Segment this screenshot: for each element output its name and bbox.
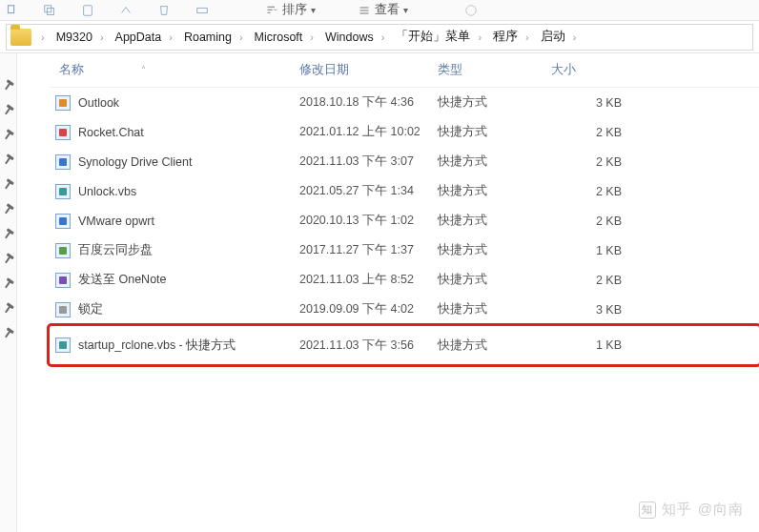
chevron-right-icon: › bbox=[169, 31, 173, 43]
delete-tool-icon[interactable] bbox=[156, 4, 172, 17]
file-date: 2021.11.03 下午 3:07 bbox=[299, 153, 438, 170]
pin-icon bbox=[2, 204, 15, 217]
pin-icon bbox=[2, 154, 15, 168]
chevron-right-icon: › bbox=[310, 31, 314, 43]
watermark-author: @向南 bbox=[698, 501, 744, 519]
file-size: 2 KB bbox=[551, 215, 627, 228]
breadcrumb-segment[interactable]: 「开始」菜单› bbox=[390, 29, 487, 45]
file-name: 百度云同步盘 bbox=[78, 242, 153, 258]
chevron-right-icon: › bbox=[100, 31, 104, 43]
paste-tool-icon[interactable] bbox=[80, 4, 95, 17]
file-name: startup_rclone.vbs - 快捷方式 bbox=[78, 338, 236, 354]
chevron-right-icon: › bbox=[239, 31, 243, 43]
file-size: 2 KB bbox=[551, 155, 627, 169]
crumb-root-caret[interactable]: › bbox=[35, 25, 51, 50]
file-type: 快捷方式 bbox=[438, 124, 551, 140]
file-type: 快捷方式 bbox=[438, 301, 551, 317]
file-type-icon bbox=[55, 243, 71, 258]
svg-rect-2 bbox=[47, 8, 53, 14]
file-name: Synology Drive Client bbox=[78, 155, 193, 169]
move-tool-icon[interactable] bbox=[118, 4, 133, 17]
breadcrumb-segment[interactable]: M9320› bbox=[51, 31, 110, 44]
caret-down-icon: ▾ bbox=[403, 5, 408, 15]
file-row[interactable]: Outlook2018.10.18 下午 4:36快捷方式3 KB bbox=[50, 88, 759, 117]
pin-icon bbox=[2, 254, 15, 267]
file-row[interactable]: Rocket.Chat2021.01.12 上午 10:02快捷方式2 KB bbox=[50, 117, 759, 147]
file-date: 2018.10.18 下午 4:36 bbox=[299, 94, 438, 111]
breadcrumb-label: Windows bbox=[325, 31, 374, 44]
caret-down-icon: ▾ bbox=[311, 5, 316, 15]
ribbon-strip: 排序 ▾ 查看 ▾ bbox=[0, 0, 759, 21]
chevron-right-icon: › bbox=[525, 31, 529, 43]
breadcrumb-segment[interactable]: AppData› bbox=[110, 31, 178, 44]
file-row[interactable]: 发送至 OneNote2021.11.03 上午 8:52快捷方式2 KB bbox=[50, 265, 759, 295]
file-type: 快捷方式 bbox=[438, 242, 551, 258]
watermark-site: 知乎 bbox=[662, 501, 692, 519]
breadcrumb-segment[interactable]: 程序› bbox=[487, 29, 535, 45]
breadcrumb-label: AppData bbox=[115, 31, 162, 44]
column-size-header[interactable]: 大小 bbox=[551, 62, 627, 78]
view-label: 查看 bbox=[375, 2, 400, 18]
breadcrumb-segment[interactable]: 启动› bbox=[535, 29, 583, 45]
file-size: 2 KB bbox=[551, 274, 627, 287]
pin-tool-icon[interactable] bbox=[4, 4, 19, 17]
file-name: Outlook bbox=[78, 96, 119, 110]
pin-icon bbox=[2, 130, 15, 143]
file-date: 2017.11.27 下午 1:37 bbox=[299, 242, 438, 258]
file-type: 快捷方式 bbox=[438, 183, 551, 199]
address-bar: › M9320›AppData›Roaming›Microsoft›Window… bbox=[0, 21, 759, 53]
quick-access-strip bbox=[0, 53, 17, 532]
column-type-header[interactable]: 类型 bbox=[438, 62, 551, 78]
file-size: 2 KB bbox=[551, 126, 627, 139]
chevron-right-icon: › bbox=[381, 31, 385, 43]
breadcrumb-label: Roaming bbox=[184, 31, 232, 44]
svg-rect-0 bbox=[9, 5, 14, 12]
file-type-icon bbox=[55, 154, 71, 170]
breadcrumb-label: Microsoft bbox=[255, 31, 303, 44]
breadcrumb-label: 启动 bbox=[541, 29, 565, 45]
info-tool-icon[interactable] bbox=[463, 4, 479, 17]
pin-icon bbox=[2, 80, 15, 93]
file-size: 1 KB bbox=[551, 338, 627, 352]
copy-tool-icon[interactable] bbox=[42, 4, 57, 17]
chevron-right-icon: › bbox=[573, 31, 577, 43]
view-dropdown[interactable]: 查看 ▾ bbox=[358, 2, 408, 18]
file-type: 快捷方式 bbox=[438, 94, 551, 111]
pin-icon bbox=[2, 278, 15, 292]
breadcrumb-box[interactable]: › M9320›AppData›Roaming›Microsoft›Window… bbox=[6, 24, 753, 51]
svg-point-5 bbox=[466, 5, 477, 15]
breadcrumb-segment[interactable]: Windows› bbox=[319, 31, 390, 44]
file-name: 发送至 OneNote bbox=[78, 272, 167, 288]
breadcrumb-segment[interactable]: Roaming› bbox=[178, 31, 249, 44]
file-row[interactable]: startup_rclone.vbs - 快捷方式2021.11.03 下午 3… bbox=[50, 326, 759, 364]
zhihu-logo-icon: 知 bbox=[639, 501, 656, 519]
file-row[interactable]: Synology Drive Client2021.11.03 下午 3:07快… bbox=[50, 147, 759, 176]
file-type-icon bbox=[55, 302, 71, 317]
file-date: 2021.11.03 下午 3:56 bbox=[299, 338, 438, 354]
file-type: 快捷方式 bbox=[438, 153, 551, 170]
sort-dropdown[interactable]: 排序 ▾ bbox=[265, 2, 316, 18]
file-type-icon bbox=[55, 95, 71, 111]
file-type-icon bbox=[55, 125, 71, 140]
file-type: 快捷方式 bbox=[438, 338, 551, 354]
svg-rect-4 bbox=[197, 8, 208, 12]
breadcrumb-segment[interactable]: Microsoft› bbox=[249, 31, 319, 44]
file-size: 1 KB bbox=[551, 244, 627, 257]
file-date: 2019.09.09 下午 4:02 bbox=[299, 301, 438, 317]
pin-icon bbox=[2, 328, 15, 341]
rename-tool-icon[interactable] bbox=[195, 4, 210, 17]
file-date: 2020.10.13 下午 1:02 bbox=[299, 213, 438, 229]
column-name-header[interactable]: 名称 bbox=[59, 62, 84, 78]
file-row[interactable]: 百度云同步盘2017.11.27 下午 1:37快捷方式1 KB bbox=[50, 235, 759, 265]
file-row[interactable]: Unlock.vbs2021.05.27 下午 1:34快捷方式2 KB bbox=[50, 176, 759, 206]
chevron-right-icon: › bbox=[41, 31, 45, 43]
file-type-icon bbox=[55, 214, 71, 229]
watermark: 知 知乎 @向南 bbox=[639, 501, 744, 519]
file-type-icon bbox=[55, 273, 71, 288]
file-row[interactable]: 锁定2019.09.09 下午 4:02快捷方式3 KB bbox=[50, 295, 759, 324]
folder-icon bbox=[10, 29, 31, 46]
column-date-header[interactable]: 修改日期 bbox=[299, 62, 438, 78]
file-type: 快捷方式 bbox=[438, 213, 551, 229]
file-date: 2021.11.03 上午 8:52 bbox=[299, 272, 438, 288]
file-row[interactable]: VMware opwrt2020.10.13 下午 1:02快捷方式2 KB bbox=[50, 206, 759, 235]
